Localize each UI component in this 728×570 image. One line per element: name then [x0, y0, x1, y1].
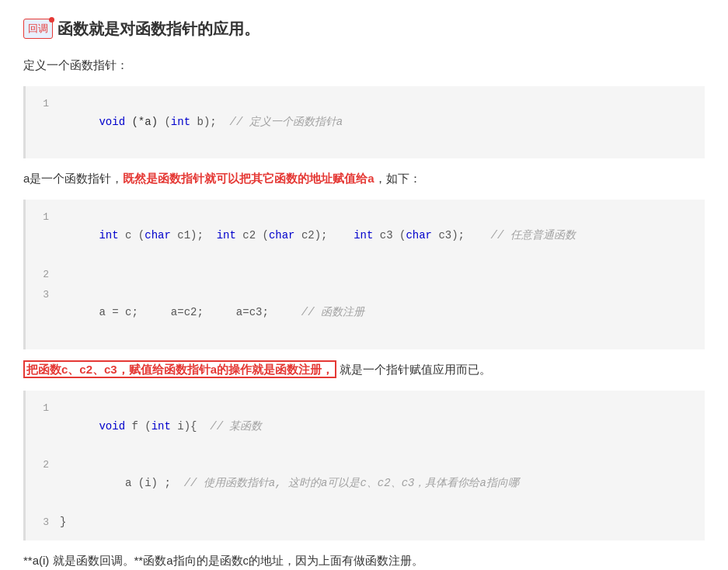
code-line: 3 }: [26, 513, 705, 533]
highlight-box: 把函数c、c2、c3，赋值给函数指针a的操作就是函数注册，: [23, 360, 336, 378]
code-block-3: 1 void f (int i){ // 某函数 2 a (i) ; // 使用…: [23, 391, 705, 540]
code-block-1: 1 void (*a) (int b); // 定义一个函数指针a: [23, 86, 705, 158]
code-line: 1 int c (char c1); int c2 (char c2); int…: [26, 207, 705, 264]
code-line: 2 a (i) ; // 使用函数指针a, 这时的a可以是c、c2、c3，具体看…: [26, 455, 705, 512]
code-block-2: 1 int c (char c1); int c2 (char c2); int…: [23, 200, 705, 349]
code-line: 3 a = c; a=c2; a=c3; // 函数注册: [26, 285, 705, 342]
badge-dot: [49, 17, 54, 23]
title-block: 回调 函数就是对函数指针的应用。: [23, 16, 705, 42]
para3-text: **a(i) 就是函数回调。**函数a指向的是函数c的地址，因为上面有做函数注册…: [23, 550, 705, 570]
page-title: 函数就是对函数指针的应用。: [57, 16, 260, 42]
para2-text: 把函数c、c2、c3，赋值给函数指针a的操作就是函数注册， 就是一个指针赋值应用…: [23, 359, 705, 380]
code-line: 2: [26, 265, 705, 285]
code-line: 1 void (*a) (int b); // 定义一个函数指针a: [26, 94, 705, 151]
intro-text: 定义一个函数指针：: [23, 54, 705, 75]
code-line: 1 void f (int i){ // 某函数: [26, 398, 705, 455]
para1-text: a是一个函数指针，既然是函数指针就可以把其它函数的地址赋值给a，如下：: [23, 168, 705, 189]
callback-badge: 回调: [23, 19, 53, 39]
